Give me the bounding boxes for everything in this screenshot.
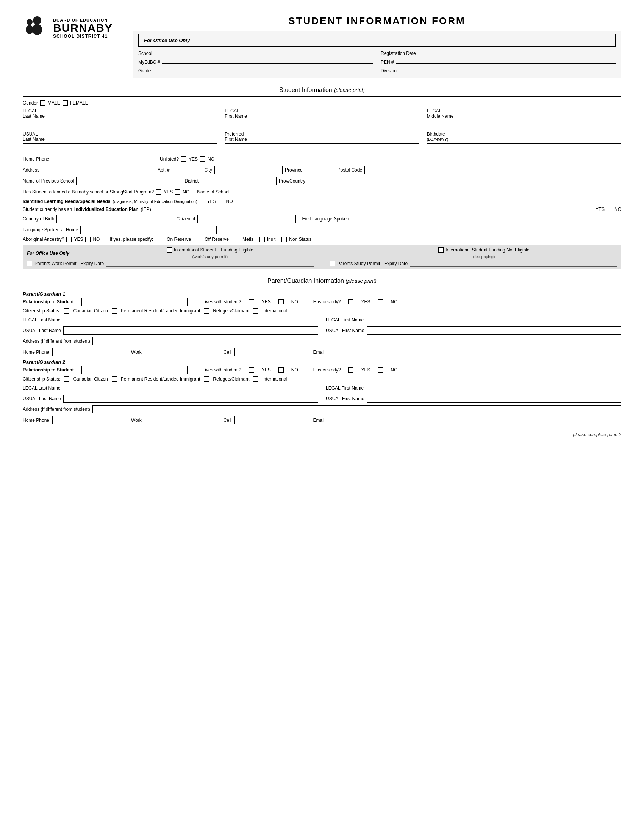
aboriginal-yes-checkbox[interactable] (66, 236, 72, 242)
guardian1-usual-last-field[interactable] (63, 326, 318, 335)
parent-info-section-header: Parent/Guardian Information (please prin… (23, 275, 621, 287)
on-reserve-label: On Reserve (167, 236, 191, 242)
usual-last-name-field[interactable] (23, 143, 217, 152)
phone-row: Home Phone Unlisted? YES NO (23, 155, 621, 163)
unlisted-yes-checkbox[interactable] (181, 156, 187, 162)
work-permit-date-field[interactable] (106, 261, 314, 267)
guardian1-refugee-checkbox[interactable] (204, 308, 209, 314)
work-permit-checkbox[interactable] (27, 261, 32, 266)
division-field[interactable] (399, 66, 616, 72)
office-shaded-box: For Office Use Only International Studen… (23, 244, 621, 269)
aboriginal-no-checkbox[interactable] (85, 236, 90, 242)
guardian1-legal-last-field[interactable] (63, 316, 318, 324)
guardian2-legal-first-field[interactable] (366, 384, 621, 392)
study-permit-date-field[interactable] (410, 261, 617, 267)
guardian2-refugee-checkbox[interactable] (204, 376, 209, 382)
name-of-school-field[interactable] (232, 188, 338, 196)
name-grid: LEGALLast Name LEGALFirst Name LEGALMidd… (23, 108, 621, 152)
for-office-title: For Office Use Only (27, 251, 69, 256)
guardian1-canadian-checkbox[interactable] (64, 308, 69, 314)
burnaby-question-row: Has Student attended a Burnaby school or… (23, 188, 621, 196)
guardian2-home-phone-field[interactable] (52, 416, 128, 425)
learning-needs-yes-checkbox[interactable] (200, 199, 205, 204)
guardian2-usual-first-field[interactable] (367, 394, 621, 403)
guardian2-cell-field[interactable] (235, 416, 310, 425)
legal-last-name-field[interactable] (23, 120, 217, 129)
off-reserve-checkbox[interactable] (197, 236, 202, 242)
apt-field[interactable] (172, 166, 202, 174)
guardian1-work-field[interactable] (145, 348, 221, 356)
guardian1-permanent-checkbox[interactable] (112, 308, 117, 314)
guardian2-work-field[interactable] (145, 416, 221, 425)
female-checkbox[interactable] (63, 100, 68, 106)
registration-date-field[interactable] (418, 49, 616, 55)
guardian1-email-field[interactable] (328, 348, 621, 356)
pen-field[interactable] (396, 58, 616, 64)
guardian2-lives-no-checkbox[interactable] (279, 367, 284, 373)
unlisted-no-checkbox[interactable] (200, 156, 205, 162)
non-status-checkbox[interactable] (282, 236, 287, 242)
school-field[interactable] (154, 49, 373, 55)
guardian2-canadian-checkbox[interactable] (64, 376, 69, 382)
guardian2-permanent-checkbox[interactable] (112, 376, 117, 382)
home-phone-field[interactable] (52, 155, 150, 163)
guardian1-relationship-field[interactable] (81, 298, 188, 306)
guardian1-legal-first-field[interactable] (366, 316, 621, 324)
preferred-first-name-cell: PreferredFirst Name (225, 131, 419, 152)
on-reserve-checkbox[interactable] (159, 236, 164, 242)
inuit-checkbox[interactable] (259, 236, 265, 242)
guardian2-section: Parent/Guardian 2 Relationship to Studen… (23, 359, 621, 425)
postal-code-field[interactable] (364, 166, 410, 174)
intl-funding-eligible-checkbox[interactable] (167, 247, 172, 252)
address-field[interactable] (42, 166, 155, 174)
district-field[interactable] (201, 177, 277, 185)
iep-yes-checkbox[interactable] (588, 207, 593, 212)
guardian1-home-phone-field[interactable] (52, 348, 128, 356)
lang-at-home-field[interactable] (80, 226, 217, 234)
province-field[interactable] (305, 166, 335, 174)
male-checkbox[interactable] (40, 100, 45, 106)
prev-school-field[interactable] (76, 177, 182, 185)
guardian2-relationship-field[interactable] (81, 366, 188, 374)
burnaby-yes-checkbox[interactable] (156, 189, 161, 195)
study-permit-checkbox[interactable] (330, 261, 335, 266)
guardian1-lives-no-checkbox[interactable] (279, 299, 284, 304)
page-container: BOARD OF EDUCATION BURNABY SCHOOL DISTRI… (23, 15, 621, 437)
guardian2-usual-last-field[interactable] (63, 394, 318, 403)
preferred-first-name-field[interactable] (225, 143, 419, 152)
guardian2-address-field[interactable] (92, 405, 621, 413)
guardian2-intl-checkbox[interactable] (253, 376, 258, 382)
guardian1-address-field[interactable] (92, 337, 621, 345)
guardian1-custody-no-checkbox[interactable] (378, 299, 383, 304)
metis-checkbox[interactable] (235, 236, 240, 242)
iep-no-checkbox[interactable] (607, 207, 612, 212)
legal-middle-name-field[interactable] (427, 120, 621, 129)
lang-home-row: Language Spoken at Home (23, 226, 621, 234)
first-lang-field[interactable] (351, 215, 621, 223)
legal-first-name-field[interactable] (225, 120, 419, 129)
guardian1-contact-row: Home Phone Work Cell Email (23, 348, 621, 356)
burnaby-no-checkbox[interactable] (175, 189, 180, 195)
guardian2-email-field[interactable] (328, 416, 621, 425)
guardian1-lives-yes-checkbox[interactable] (249, 299, 254, 304)
country-birth-field[interactable] (56, 215, 170, 223)
guardian1-usual-first-field[interactable] (367, 326, 621, 335)
grade-field[interactable] (153, 66, 373, 72)
guardian1-lives-yes-label: YES (262, 299, 271, 304)
guardian2-custody-yes-checkbox[interactable] (348, 367, 353, 373)
citizen-of-field[interactable] (197, 215, 296, 223)
myedbc-field[interactable] (162, 58, 373, 64)
birthdate-field[interactable] (427, 143, 621, 152)
guardian2-legal-last-field[interactable] (63, 384, 318, 392)
guardian1-custody-yes-checkbox[interactable] (348, 299, 353, 304)
guardian1-cell-field[interactable] (235, 348, 310, 356)
intl-not-eligible-checkbox[interactable] (438, 247, 444, 252)
city-field[interactable] (214, 166, 283, 174)
learning-needs-no-checkbox[interactable] (219, 199, 224, 204)
student-info-title: Student Information (279, 87, 332, 93)
guardian2-lives-yes-checkbox[interactable] (249, 367, 254, 373)
guardian2-custody-no-checkbox[interactable] (378, 367, 383, 373)
preferred-first-name-label: PreferredFirst Name (225, 131, 419, 142)
prov-country-field[interactable] (308, 177, 383, 185)
guardian1-intl-checkbox[interactable] (253, 308, 258, 314)
